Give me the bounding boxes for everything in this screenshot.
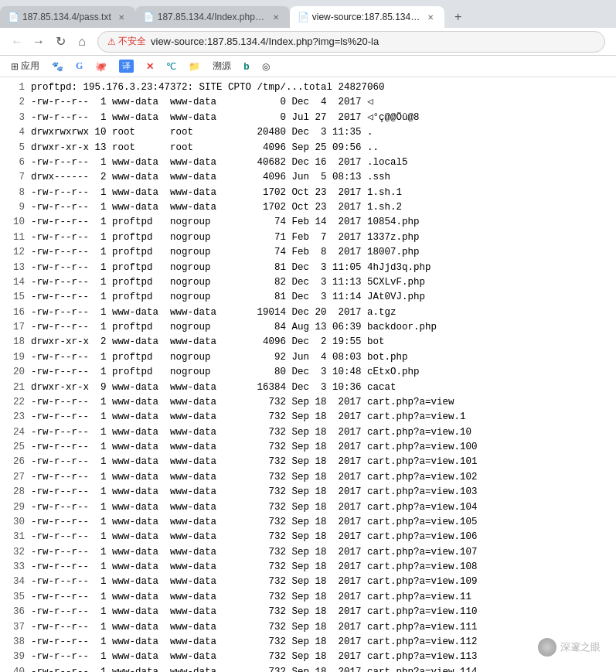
bookmark-x[interactable]: ✕: [141, 60, 158, 73]
refresh-button[interactable]: ↻: [49, 31, 71, 53]
line-number: 19: [6, 350, 25, 365]
line-item: 39-rw-r--r-- 1 www-data www-data 732 Sep…: [6, 650, 610, 664]
line-content: -rw-r--r-- 1 www-data www-data 732 Sep 1…: [31, 590, 610, 605]
tab-bar: 📄 187.85.134.4/pass.txt ✕ 📄 187.85.134.4…: [0, 0, 616, 28]
line-number: 10: [6, 215, 25, 230]
x-icon: ✕: [146, 61, 154, 72]
new-tab-button[interactable]: +: [448, 6, 469, 28]
translate-icon: 译: [119, 60, 134, 73]
line-content: -rw-r--r-- 1 www-data www-data 732 Sep 1…: [31, 455, 610, 469]
line-content: -rw-r--r-- 1 www-data www-data 732 Sep 1…: [31, 500, 610, 515]
bookmark-apps[interactable]: ⊞ 应用: [6, 58, 44, 74]
line-content: -rw-r--r-- 1 www-data www-data 732 Sep 1…: [31, 485, 610, 500]
line-content: drwxr-xr-x 13 root root 4096 Sep 25 09:5…: [31, 141, 610, 155]
line-number: 7: [6, 170, 25, 185]
line-item: 27-rw-r--r-- 1 www-data www-data 732 Sep…: [6, 470, 610, 485]
forward-button[interactable]: →: [28, 31, 49, 53]
line-item: 38-rw-r--r-- 1 www-data www-data 732 Sep…: [6, 635, 610, 650]
line-item: 10-rw-r--r-- 1 proftpd nogroup 74 Feb 14…: [6, 215, 610, 230]
folder-icon: 📁: [189, 61, 200, 72]
insecure-label: 不安全: [118, 35, 146, 48]
google-icon: G: [76, 60, 83, 72]
line-item: 32-rw-r--r-- 1 www-data www-data 732 Sep…: [6, 545, 610, 560]
line-content: drwxr-xr-x 2 www-data www-data 4096 Dec …: [31, 335, 610, 350]
bookmarks-bar: ⊞ 应用 🐾 G 🐙 译 ✕ ℃ 📁 溯源 b ◎: [0, 56, 616, 77]
line-number: 3: [6, 111, 25, 125]
line-content: proftpd: 195.176.3.23:47372: SITE CPTO /…: [31, 80, 610, 95]
line-number: 23: [6, 410, 25, 425]
line-item: 6-rw-r--r-- 1 www-data www-data 40682 De…: [6, 155, 610, 170]
github-icon: 🐙: [95, 61, 107, 72]
bookmark-c[interactable]: ℃: [162, 60, 181, 73]
line-item: 16-rw-r--r-- 1 www-data www-data 19014 D…: [6, 305, 610, 320]
apps-label: 应用: [21, 60, 39, 73]
line-content: -rw-r--r-- 1 www-data www-data 732 Sep 1…: [31, 605, 610, 619]
line-number: 35: [6, 590, 25, 605]
line-number: 37: [6, 620, 25, 635]
line-number: 34: [6, 575, 25, 589]
line-item: 25-rw-r--r-- 1 www-data www-data 732 Sep…: [6, 440, 610, 455]
line-number: 2: [6, 95, 25, 110]
line-item: 30-rw-r--r-- 1 www-data www-data 732 Sep…: [6, 515, 610, 530]
tab-pass-txt[interactable]: 📄 187.85.134.4/pass.txt ✕: [0, 6, 135, 28]
bookmark-suyuan[interactable]: 溯源: [208, 58, 236, 74]
line-number: 18: [6, 335, 25, 350]
line-item: 31-rw-r--r-- 1 www-data www-data 732 Sep…: [6, 530, 610, 544]
bookmark-github[interactable]: 🐙: [90, 60, 111, 73]
line-item: 15-rw-r--r-- 1 proftpd nogroup 81 Dec 3 …: [6, 290, 610, 305]
line-number: 12: [6, 245, 25, 260]
line-item: 1proftpd: 195.176.3.23:47372: SITE CPTO …: [6, 80, 610, 95]
line-number: 13: [6, 261, 25, 275]
tab-close-1[interactable]: ✕: [115, 11, 128, 23]
line-content: -rw-r--r-- 1 www-data www-data 732 Sep 1…: [31, 410, 610, 425]
line-number: 16: [6, 305, 25, 320]
line-number: 36: [6, 605, 25, 619]
home-button[interactable]: ⌂: [71, 31, 93, 53]
tab-close-2[interactable]: ✕: [270, 11, 282, 23]
line-item: 33-rw-r--r-- 1 www-data www-data 732 Sep…: [6, 560, 610, 575]
tab-favicon-2: 📄: [143, 12, 154, 22]
bookmark-google[interactable]: G: [71, 59, 87, 73]
address-bar[interactable]: ⚠ 不安全 view-source:187.85.134.4/Index.php…: [97, 31, 605, 53]
line-item: 20-rw-r--r-- 1 proftpd nogroup 80 Dec 3 …: [6, 365, 610, 380]
content-area: 1proftpd: 195.176.3.23:47372: SITE CPTO …: [0, 77, 616, 672]
line-item: 18drwxr-xr-x 2 www-data www-data 4096 De…: [6, 335, 610, 350]
bookmark-bing[interactable]: b: [239, 60, 254, 73]
line-number: 22: [6, 395, 25, 410]
line-content: -rw-r--r-- 1 proftpd nogroup 82 Dec 3 11…: [31, 275, 610, 290]
tab-close-3[interactable]: ✕: [424, 11, 437, 23]
line-item: 40-rw-r--r-- 1 www-data www-data 732 Sep…: [6, 665, 610, 672]
line-item: 17-rw-r--r-- 1 proftpd nogroup 84 Aug 13…: [6, 320, 610, 335]
bookmark-paw[interactable]: 🐾: [47, 60, 68, 73]
line-item: 9-rw-r--r-- 1 www-data www-data 1702 Oct…: [6, 200, 610, 215]
line-content: -rw-r--r-- 1 proftpd nogroup 74 Feb 8 20…: [31, 245, 610, 260]
line-content: -rw-r--r-- 1 www-data www-data 0 Jul 27 …: [31, 111, 610, 125]
line-number: 27: [6, 470, 25, 485]
line-number: 31: [6, 530, 25, 544]
line-number: 4: [6, 125, 25, 140]
line-item: 19-rw-r--r-- 1 proftpd nogroup 92 Jun 4 …: [6, 350, 610, 365]
line-item: 4drwxrwxrwx 10 root root 20480 Dec 3 11:…: [6, 125, 610, 140]
insecure-indicator: ⚠ 不安全: [107, 35, 146, 48]
nav-bar: ← → ↻ ⌂ ⚠ 不安全 view-source:187.85.134.4/I…: [0, 28, 616, 56]
line-content: -rw-r--r-- 1 www-data www-data 732 Sep 1…: [31, 665, 610, 672]
bookmark-translate[interactable]: 译: [114, 58, 138, 74]
line-number: 1: [6, 80, 25, 95]
url-text: view-source:187.85.134.4/Index.php?img=l…: [151, 36, 379, 47]
bookmark-folder[interactable]: 📁: [184, 60, 205, 73]
line-item: 35-rw-r--r-- 1 www-data www-data 732 Sep…: [6, 590, 610, 605]
line-item: 13-rw-r--r-- 1 proftpd nogroup 81 Dec 3 …: [6, 261, 610, 275]
line-number: 14: [6, 275, 25, 290]
line-number: 32: [6, 545, 25, 560]
line-content: -rw-r--r-- 1 www-data www-data 1702 Oct …: [31, 186, 610, 200]
line-item: 12-rw-r--r-- 1 proftpd nogroup 74 Feb 8 …: [6, 245, 610, 260]
back-button[interactable]: ←: [6, 31, 28, 53]
tab-index-php[interactable]: 📄 187.85.134.4/Index.php?i... ✕: [135, 6, 290, 28]
tab-view-source[interactable]: 📄 view-source:187.85.134.4... ✕: [290, 6, 444, 28]
line-item: 24-rw-r--r-- 1 www-data www-data 732 Sep…: [6, 425, 610, 440]
line-content: -rw-r--r-- 1 www-data www-data 732 Sep 1…: [31, 545, 610, 560]
line-number: 24: [6, 425, 25, 440]
line-number: 29: [6, 500, 25, 515]
apps-icon: ⊞: [11, 61, 19, 72]
bookmark-circle[interactable]: ◎: [257, 60, 274, 73]
